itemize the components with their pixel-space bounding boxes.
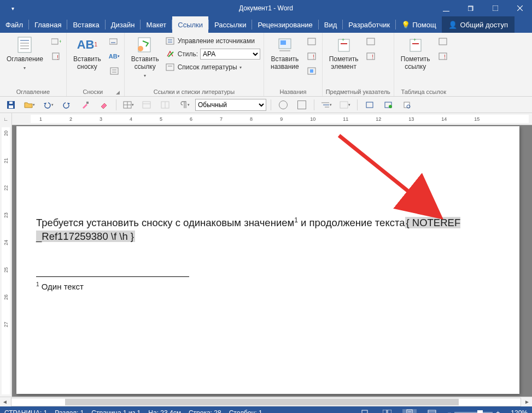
svg-text:!: !	[372, 54, 373, 60]
open-button[interactable]: ▾	[22, 98, 37, 111]
shape-circle-button[interactable]	[276, 98, 291, 111]
footnote-text[interactable]: 1 Один текст	[36, 281, 500, 291]
print-preview-button[interactable]	[399, 98, 414, 111]
document-page[interactable]: Требуется установить сноску с одинаковым…	[16, 126, 519, 394]
macro-record-button[interactable]	[358, 409, 372, 413]
share-button[interactable]: 👤Общий доступ	[442, 16, 515, 33]
bibliography-button[interactable]: Список литературы ▾	[166, 61, 260, 73]
zoom-in-button[interactable]: +	[496, 409, 500, 413]
group-toa-label: Таблица ссылок	[397, 87, 450, 95]
svg-rect-61	[340, 102, 348, 108]
horizontal-scrollbar[interactable]: ◄ ►	[0, 397, 532, 406]
tab-review[interactable]: Рецензирование	[252, 16, 318, 33]
status-section[interactable]: Раздел: 1	[55, 409, 84, 413]
undo-button[interactable]: ▾	[40, 98, 56, 111]
footnote-ref-1[interactable]: 1	[294, 216, 298, 224]
status-bar: СТРАНИЦА: 1 Раздел: 1 Страница 1 из 1 На…	[0, 406, 532, 413]
horizontal-ruler[interactable]: ∟ 123456789101112131415	[0, 113, 532, 125]
tab-selector[interactable]: ∟	[0, 113, 12, 125]
tab-home[interactable]: Главная	[29, 16, 67, 33]
zoom-slider[interactable]: − +	[447, 409, 500, 413]
insert-toa-button[interactable]	[437, 35, 450, 48]
table-button[interactable]: ▾	[121, 98, 136, 111]
insert-columns-button[interactable]	[158, 98, 173, 111]
status-pageof[interactable]: Страница 1 из 1	[91, 409, 141, 413]
misc-b-button[interactable]	[381, 98, 396, 111]
add-text-button[interactable]: +	[50, 35, 63, 48]
insert-rows-button[interactable]	[139, 98, 155, 111]
insert-citation-button[interactable]: Вставить ссылку ▾	[128, 35, 162, 79]
show-notes-button[interactable]	[108, 64, 121, 78]
zoom-out-button[interactable]: −	[447, 409, 451, 413]
save-button[interactable]	[3, 98, 19, 111]
print-layout-button[interactable]	[402, 409, 417, 413]
close-button[interactable]	[507, 0, 532, 16]
tab-layout[interactable]: Макет	[141, 16, 172, 33]
svg-rect-3	[493, 5, 498, 11]
footnote-icon: AB1	[78, 36, 96, 54]
zoom-knob[interactable]	[477, 410, 483, 413]
insert-footnote-button[interactable]: AB1 Вставить сноску	[70, 35, 104, 72]
headers-button[interactable]: ▾	[337, 98, 353, 111]
update-tof-button[interactable]: !	[306, 50, 319, 63]
caption-icon	[276, 36, 294, 54]
maximize-button[interactable]	[483, 0, 507, 16]
status-line[interactable]: Строка: 28	[189, 409, 221, 413]
update-toa-button[interactable]: !	[437, 50, 450, 63]
status-page[interactable]: СТРАНИЦА: 1	[4, 409, 47, 413]
ribbon: Оглавление ▾ + ! Оглавление AB1 Вставить…	[0, 33, 532, 97]
svg-line-67	[339, 135, 437, 215]
insert-index-button[interactable]	[365, 35, 378, 48]
body-text[interactable]: Требуется установить сноску с одинаковым…	[36, 216, 500, 244]
svg-rect-34	[310, 69, 313, 73]
minimize-button[interactable]	[434, 0, 458, 16]
document-scroll-area[interactable]: Требуется установить сноску с одинаковым…	[12, 125, 532, 397]
citation-style-select[interactable]: APA	[200, 49, 260, 60]
svg-rect-69	[383, 410, 387, 413]
style-select[interactable]: Обычный	[195, 99, 266, 111]
shape-rect-button[interactable]	[294, 98, 309, 111]
toc-button[interactable]: Оглавление ▾	[3, 35, 46, 72]
tab-mailings[interactable]: Рассылки	[209, 16, 252, 33]
mark-citation-button[interactable]: + Пометить ссылку	[397, 35, 434, 72]
cross-reference-button[interactable]	[306, 64, 319, 78]
redo-button[interactable]	[59, 98, 74, 111]
update-index-button[interactable]: !	[365, 50, 378, 63]
scroll-left-button[interactable]: ◄	[0, 399, 10, 405]
next-footnote-button[interactable]: AB▾	[108, 50, 121, 63]
tell-me[interactable]: 💡Помощ	[396, 16, 441, 33]
tab-design[interactable]: Дизайн	[106, 16, 141, 33]
footnotes-dialog-launcher[interactable]: ◢	[116, 90, 121, 95]
update-toc-button[interactable]: !	[50, 50, 63, 63]
mark-entry-button[interactable]: + Пометить элемент	[326, 35, 362, 72]
format-painter-button[interactable]	[78, 98, 93, 111]
restore-button[interactable]	[458, 0, 483, 16]
group-captions-label: Названия	[267, 87, 319, 95]
read-mode-button[interactable]	[379, 410, 395, 413]
manage-sources-button[interactable]: Управление источниками	[166, 35, 260, 47]
tab-developer[interactable]: Разработчик	[343, 16, 395, 33]
tab-view[interactable]: Вид	[319, 16, 343, 33]
outline-button[interactable]: ▾	[319, 98, 334, 111]
web-layout-button[interactable]	[424, 410, 440, 413]
status-column[interactable]: Столбец: 1	[229, 409, 262, 413]
tab-insert[interactable]: Вставка	[67, 16, 104, 33]
eraser-button[interactable]	[96, 98, 112, 111]
paragraph-button[interactable]: ▾	[177, 98, 192, 111]
vertical-ruler[interactable]: 2021222324252627	[0, 125, 12, 397]
scroll-right-button[interactable]: ►	[522, 399, 532, 405]
ribbon-display-options-icon[interactable]: ▾	[0, 5, 25, 11]
zoom-level[interactable]: 120%	[511, 409, 528, 413]
svg-rect-6	[18, 37, 31, 52]
tab-file[interactable]: Файл	[0, 16, 28, 33]
scrollbar-thumb[interactable]	[65, 399, 459, 405]
insert-tof-button[interactable]	[306, 35, 319, 48]
scrollbar-track[interactable]	[11, 398, 521, 406]
status-at[interactable]: На: 23,4см	[148, 409, 181, 413]
insert-endnote-button[interactable]	[108, 35, 121, 48]
misc-a-button[interactable]	[362, 98, 377, 111]
svg-rect-62	[366, 102, 373, 108]
tab-references[interactable]: Ссылки	[172, 16, 208, 33]
insert-caption-button[interactable]: Вставить название	[267, 35, 302, 72]
svg-rect-11	[51, 39, 58, 44]
